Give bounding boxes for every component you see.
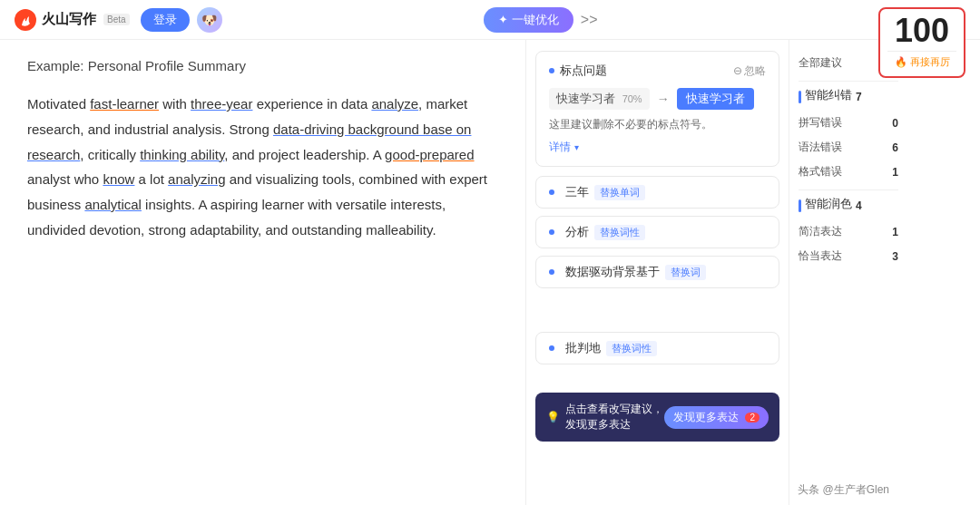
card-tag-data-driving[interactable]: 替换词 bbox=[665, 265, 706, 280]
top-navigation: 火山写作 Beta 登录 🐶 ✦ 一键优化 >> 全部建议 11 bbox=[0, 0, 980, 40]
brand-name: 火山写作 bbox=[42, 11, 96, 28]
card-tag-analyze[interactable]: 替换词性 bbox=[594, 225, 645, 240]
tooltip-content: 💡 点击查看改写建议，发现更多表达 bbox=[546, 402, 664, 432]
card-title-punctuation: 标点问题 bbox=[560, 63, 607, 79]
card-footer-punctuation[interactable]: 详情 ▾ bbox=[549, 140, 766, 155]
optimize-icon: ✦ bbox=[498, 13, 508, 26]
chevron-down-icon: ▾ bbox=[574, 142, 579, 152]
card-ignore-button[interactable]: ⊖ 忽略 bbox=[733, 63, 766, 79]
card-title-critical: 批判地 bbox=[565, 340, 601, 356]
format-label: 格式错误 bbox=[799, 164, 842, 180]
blue-bar-icon bbox=[799, 91, 801, 103]
brand-logo-area: 火山写作 Beta bbox=[15, 9, 130, 31]
smart-polish-count: 4 bbox=[856, 199, 862, 212]
main-layout: Example: Personal Profile Summary Motiva… bbox=[0, 40, 980, 505]
blue-bar-icon-2 bbox=[799, 199, 801, 212]
smart-polish-text: 智能润色 bbox=[805, 196, 852, 212]
score-number: 100 bbox=[887, 15, 956, 47]
optimize-label: 一键优化 bbox=[512, 12, 559, 28]
arrow-icon: → bbox=[657, 92, 670, 106]
original-text: 快速学习者 70% bbox=[549, 88, 650, 110]
suggestion-card-analyze[interactable]: 分析 替换词性 bbox=[535, 216, 779, 248]
score-label: 🔥 再接再厉 bbox=[887, 55, 956, 69]
doc-title: Example: Personal Profile Summary bbox=[27, 58, 498, 73]
original-text-value: 快速学习者 bbox=[556, 92, 615, 105]
grammar-label: 语法错误 bbox=[799, 140, 842, 155]
score-label-text: 再接再厉 bbox=[910, 55, 950, 69]
highlighted-word-analyzing[interactable]: analyzing bbox=[168, 171, 225, 187]
spelling-count: 0 bbox=[892, 117, 898, 130]
original-score: 70% bbox=[622, 93, 642, 104]
score-emoji: 🔥 bbox=[895, 56, 907, 68]
ignore-circle-icon: ⊖ bbox=[733, 64, 742, 77]
smart-correction-count: 7 bbox=[856, 91, 862, 103]
card-dot-2 bbox=[549, 189, 554, 195]
format-count: 1 bbox=[892, 166, 898, 179]
all-suggestions-label: 全部建议 bbox=[799, 55, 842, 71]
card-title-data-driving: 数据驱动背景基于 bbox=[565, 264, 660, 280]
right-item-format[interactable]: 格式错误 1 bbox=[799, 160, 898, 184]
suggestion-card-critical[interactable]: 批判地 替换词性 bbox=[535, 332, 779, 364]
brand-icon bbox=[15, 9, 36, 31]
beta-badge: Beta bbox=[103, 14, 130, 25]
grammar-count: 6 bbox=[892, 141, 898, 154]
right-item-concise[interactable]: 简洁表达 1 bbox=[799, 219, 898, 244]
right-divider-1 bbox=[799, 81, 898, 82]
right-item-spelling[interactable]: 拼写错误 0 bbox=[799, 111, 898, 135]
tooltip-text-label: 点击查看改写建议，发现更多表达 bbox=[565, 402, 664, 432]
editor-area: Example: Personal Profile Summary Motiva… bbox=[0, 40, 526, 505]
concise-label: 简洁表达 bbox=[799, 224, 842, 239]
doc-content: Motivated fast-learner with three-year e… bbox=[27, 92, 498, 243]
smart-correction-label: 智能纠错 bbox=[805, 87, 852, 103]
card-tag-critical[interactable]: 替换词性 bbox=[606, 341, 657, 356]
ignore-label: 忽略 bbox=[744, 63, 766, 79]
login-button[interactable]: 登录 bbox=[141, 8, 190, 32]
card-header-punctuation: 标点问题 ⊖ 忽略 bbox=[549, 63, 766, 79]
highlighted-word-three-year[interactable]: three-year bbox=[191, 96, 252, 112]
discover-more-label: 发现更多表达 bbox=[673, 410, 739, 425]
card-desc-punctuation: 这里建议删除不必要的标点符号。 bbox=[549, 117, 766, 132]
svg-point-0 bbox=[15, 9, 36, 31]
score-box: 100 🔥 再接再厉 bbox=[878, 7, 965, 78]
nav-center: ✦ 一键优化 >> bbox=[484, 7, 598, 33]
smart-polish-label: 智能润色 bbox=[805, 196, 852, 212]
highlighted-word-analyze[interactable]: analyze bbox=[371, 96, 418, 112]
suggestion-panel: 标点问题 ⊖ 忽略 快速学习者 70% → 快速学习者 这里建议删除不必要的标点… bbox=[526, 40, 789, 505]
suggestion-card-punctuation: 标点问题 ⊖ 忽略 快速学习者 70% → 快速学习者 这里建议删除不必要的标点… bbox=[535, 51, 779, 167]
highlighted-word-good-prepared[interactable]: good-prepared bbox=[385, 147, 474, 162]
right-panel: 全部建议 11 智能纠错 7 拼写错误 0 语法错误 6 格式错误 1 智 bbox=[789, 40, 907, 505]
score-divider bbox=[887, 51, 956, 52]
card-dot-3 bbox=[549, 229, 554, 235]
card-dot bbox=[549, 68, 554, 73]
right-item-grammar[interactable]: 语法错误 6 bbox=[799, 135, 898, 160]
discover-more-button[interactable]: 发现更多表达 2 bbox=[664, 406, 769, 429]
right-item-appropriate[interactable]: 恰当表达 3 bbox=[799, 244, 898, 268]
appropriate-count: 3 bbox=[892, 250, 898, 263]
right-divider-2 bbox=[799, 189, 898, 190]
card-title-three-year: 三年 bbox=[565, 184, 589, 200]
highlighted-word-analytical[interactable]: analytical bbox=[84, 197, 142, 212]
more-button[interactable]: >> bbox=[581, 12, 598, 28]
spelling-label: 拼写错误 bbox=[799, 115, 842, 131]
watermark: 头条 @生产者Glen bbox=[798, 482, 889, 498]
card-body-punctuation: 快速学习者 70% → 快速学习者 bbox=[549, 88, 766, 110]
smart-polish-section: 智能润色 4 bbox=[799, 196, 898, 216]
highlighted-phrase-thinking[interactable]: thinking ability bbox=[140, 147, 224, 162]
card-title-analyze: 分析 bbox=[565, 224, 589, 240]
tooltip-badge: 2 bbox=[745, 413, 760, 422]
optimize-button[interactable]: ✦ 一键优化 bbox=[484, 7, 573, 33]
card-tag-three-year[interactable]: 替换单词 bbox=[594, 185, 645, 200]
detail-label: 详情 bbox=[549, 140, 571, 155]
suggested-text[interactable]: 快速学习者 bbox=[677, 88, 754, 110]
suggestion-card-data-driving[interactable]: 数据驱动背景基于 替换词 bbox=[535, 256, 779, 288]
tooltip-bulb-icon: 💡 bbox=[546, 411, 560, 423]
card-dot-4 bbox=[549, 269, 554, 275]
appropriate-label: 恰当表达 bbox=[799, 248, 842, 264]
highlighted-word-know[interactable]: know bbox=[103, 171, 134, 187]
tooltip-overlay: 💡 点击查看改写建议，发现更多表达 发现更多表达 2 bbox=[535, 393, 779, 442]
suggestion-card-three-year[interactable]: 三年 替换单词 bbox=[535, 176, 779, 209]
avatar[interactable]: 🐶 bbox=[197, 7, 222, 33]
smart-correction-section: 智能纠错 7 bbox=[799, 87, 898, 107]
smart-correction-text: 智能纠错 bbox=[805, 87, 852, 103]
highlighted-word-fast-learner[interactable]: fast-learner bbox=[90, 96, 159, 112]
